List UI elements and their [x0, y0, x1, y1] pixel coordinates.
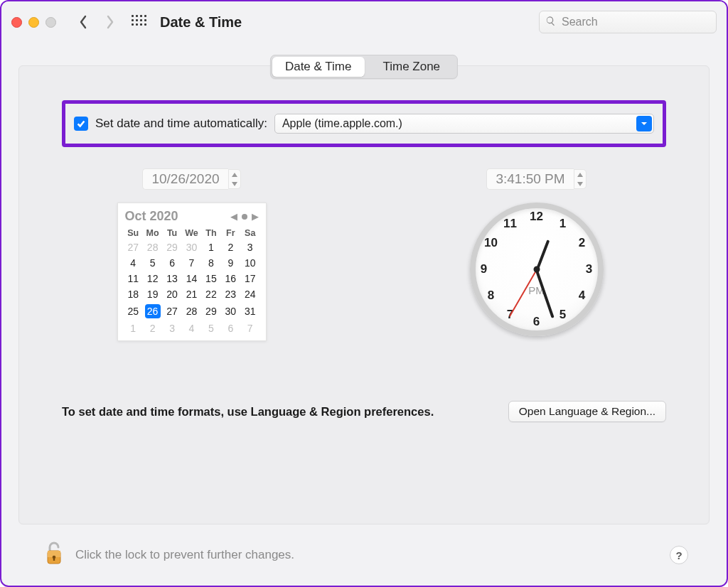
calendar-day: 26 [143, 302, 162, 321]
calendar-day: 1 [124, 321, 143, 336]
clock-numeral: 11 [503, 217, 517, 231]
calendar-day: 6 [221, 321, 240, 336]
calendar-day: 2 [221, 239, 240, 255]
back-button[interactable] [73, 15, 93, 29]
time-field: 3:41:50 PM [486, 168, 573, 190]
search-input[interactable] [560, 15, 710, 29]
clock-numeral: 9 [481, 262, 487, 276]
calendar-day: 19 [143, 286, 162, 302]
calendar: Oct 2020 ◀ ▶ SuMoTuWeThFrSa 272829301234… [117, 203, 267, 341]
calendar-day: 7 [240, 321, 259, 336]
lock-icon[interactable] [44, 541, 64, 569]
window-title: Date & Time [160, 14, 242, 31]
calendar-day: 4 [124, 255, 143, 271]
search-field[interactable] [539, 11, 717, 33]
calendar-day: 11 [124, 271, 143, 286]
preferences-window: Date & Time Date & Time Time Zone Set da… [0, 0, 728, 587]
calendar-weekday: Mo [143, 227, 162, 239]
clock-numeral: 4 [579, 289, 585, 303]
date-stepper-down [229, 179, 240, 188]
calendar-day: 24 [240, 286, 259, 302]
clock-numeral: 6 [533, 315, 540, 329]
calendar-weekday: Tu [162, 227, 181, 239]
calendar-day: 5 [201, 321, 220, 336]
date-stepper: 10/26/2020 [142, 168, 240, 190]
footer: Click the lock to prevent further change… [18, 524, 710, 586]
set-automatically-label: Set date and time automatically: [95, 117, 267, 131]
calendar-day: 28 [182, 302, 201, 321]
calendar-day: 27 [124, 239, 143, 255]
date-field: 10/26/2020 [142, 168, 228, 190]
clock-numeral: 10 [484, 236, 498, 250]
formats-hint: To set date and time formats, use Langua… [62, 405, 434, 419]
window-controls [11, 17, 56, 28]
calendar-prev-icon: ◀ [230, 211, 237, 222]
search-icon [545, 16, 556, 29]
show-all-icon[interactable] [132, 15, 146, 29]
clock-numeral: 8 [488, 289, 494, 303]
calendar-day: 9 [221, 255, 240, 271]
time-stepper-buttons [574, 169, 587, 189]
time-server-combo[interactable]: Apple (time.apple.com.) [274, 114, 654, 134]
svg-rect-3 [53, 557, 55, 561]
clock-numeral: 3 [586, 262, 592, 276]
calendar-day: 17 [240, 271, 259, 286]
calendar-weekday: Su [124, 227, 143, 239]
date-stepper-up [229, 170, 240, 179]
calendar-day: 6 [162, 255, 181, 271]
forward-button [100, 15, 120, 29]
calendar-day: 15 [201, 271, 220, 286]
calendar-day: 27 [162, 302, 181, 321]
clock-numeral: 12 [530, 210, 543, 224]
toolbar: Date & Time [1, 1, 727, 43]
calendar-day: 12 [143, 271, 162, 286]
open-language-region-button[interactable]: Open Language & Region... [508, 401, 666, 422]
calendar-day: 1 [201, 239, 220, 255]
tab-date-and-time[interactable]: Date & Time [272, 57, 365, 77]
clock-center-pin [533, 266, 540, 273]
calendar-day: 10 [240, 255, 259, 271]
calendar-day: 22 [201, 286, 220, 302]
content: Date & Time Time Zone Set date and time … [1, 43, 727, 586]
calendar-day: 30 [221, 302, 240, 321]
calendar-month-title: Oct 2020 [125, 209, 178, 224]
analog-clock: 123456789101112 PM [470, 203, 604, 336]
calendar-day: 8 [201, 255, 220, 271]
chevron-down-icon [636, 116, 652, 131]
time-stepper-down [574, 179, 586, 188]
calendar-day: 3 [162, 321, 181, 336]
calendar-day: 23 [221, 286, 240, 302]
time-stepper: 3:41:50 PM [486, 168, 586, 190]
calendar-day: 29 [201, 302, 220, 321]
calendar-day: 21 [182, 286, 201, 302]
calendar-day: 30 [182, 239, 201, 255]
clock-numeral: 1 [560, 217, 566, 231]
calendar-day: 20 [162, 286, 181, 302]
calendar-day: 31 [240, 302, 259, 321]
calendar-next-icon: ▶ [252, 211, 259, 222]
calendar-day: 16 [221, 271, 240, 286]
set-automatically-checkbox[interactable] [74, 117, 88, 131]
set-automatically-row: Set date and time automatically: Apple (… [62, 100, 666, 147]
calendar-weekday: Th [201, 227, 220, 239]
time-server-value: Apple (time.apple.com.) [282, 117, 402, 130]
tab-time-zone[interactable]: Time Zone [365, 55, 457, 78]
lock-hint: Click the lock to prevent further change… [75, 548, 658, 562]
date-stepper-buttons [228, 169, 241, 189]
minimize-window-button[interactable] [28, 17, 39, 28]
help-button[interactable]: ? [670, 546, 688, 564]
calendar-day: 13 [162, 271, 181, 286]
calendar-day: 2 [143, 321, 162, 336]
calendar-today-icon [242, 214, 247, 220]
calendar-weekday: Sa [240, 227, 259, 239]
clock-numeral: 2 [579, 236, 585, 250]
calendar-day: 29 [162, 239, 181, 255]
close-window-button[interactable] [11, 17, 22, 28]
calendar-weekday: We [182, 227, 201, 239]
calendar-weekday: Fr [221, 227, 240, 239]
calendar-day: 28 [143, 239, 162, 255]
calendar-day: 7 [182, 255, 201, 271]
zoom-window-button [46, 17, 56, 28]
calendar-day: 25 [124, 302, 143, 321]
tab-bar: Date & Time Time Zone [270, 55, 458, 79]
